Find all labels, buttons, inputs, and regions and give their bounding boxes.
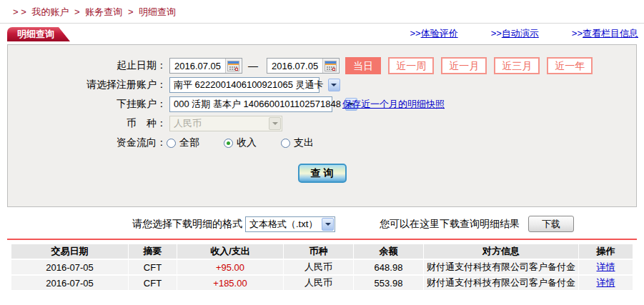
link-view-column-info[interactable]: >>查看栏目信息 bbox=[572, 27, 638, 40]
cell-currency: 人民币 bbox=[284, 260, 353, 274]
register-account-select[interactable]: 南平 6222001406100921065 灵通卡 bbox=[169, 77, 319, 93]
cell-date: 2016-07-05 bbox=[11, 260, 128, 274]
download-format-value: 文本格式（.txt） bbox=[246, 218, 321, 231]
radio-circle-checked-icon[interactable] bbox=[224, 139, 233, 148]
radio-expense[interactable]: 支出 bbox=[281, 136, 314, 149]
breadcrumb-prefix: > > bbox=[13, 6, 26, 17]
red-separator bbox=[7, 239, 637, 240]
sub-account-value: 000 活期 基本户 1406600101102571848 bbox=[170, 98, 345, 111]
fund-flow-radio-group: 全部 收入 支出 bbox=[167, 136, 338, 149]
link-auto-demo[interactable]: >>自动演示 bbox=[491, 27, 539, 40]
breadcrumb-item-account-query[interactable]: 账务查询 bbox=[85, 6, 122, 17]
download-format-select[interactable]: 文本格式（.txt） bbox=[245, 216, 335, 232]
transaction-table: 交易日期 摘要 收入/支出 币种 余额 对方信息 操作 2016-07-05 C… bbox=[11, 243, 633, 291]
save-snapshot-link[interactable]: 保存近一个月的明细快照 bbox=[342, 98, 445, 111]
query-button-row: 查 询 bbox=[8, 164, 636, 183]
end-date-calendar-icon[interactable] bbox=[322, 59, 338, 73]
chevron-down-icon[interactable] bbox=[322, 218, 334, 231]
download-row: 请您选择下载明细的格式 文本格式（.txt） 您可以在这里下载查询明细结果 下载 bbox=[7, 216, 637, 232]
col-header-balance: 余额 bbox=[354, 244, 423, 259]
sub-account-row: 下挂账户： 000 活期 基本户 1406600101102571848 保存近… bbox=[8, 96, 636, 113]
cell-counterparty: 财付通支付科技有限公司客户备付金 bbox=[424, 276, 578, 290]
query-form-panel: 起止日期： 2016.07.05 — 2016.07.05 bbox=[7, 44, 637, 207]
link-experience-review[interactable]: >>体验评价 bbox=[410, 27, 457, 40]
col-header-date: 交易日期 bbox=[11, 244, 128, 259]
start-date-input[interactable]: 2016.07.05 bbox=[169, 58, 242, 74]
sub-account-select[interactable]: 000 活期 基本户 1406600101102571848 bbox=[169, 96, 332, 112]
col-header-amount: 收入/支出 bbox=[177, 244, 283, 259]
cell-amount: +185.00 bbox=[177, 276, 283, 290]
date-range-dash: — bbox=[248, 60, 258, 71]
download-result-hint: 您可以在这里下载查询明细结果 bbox=[380, 218, 520, 231]
currency-value: 人民币 bbox=[170, 117, 268, 130]
breadcrumb-separator: > bbox=[74, 6, 80, 17]
col-header-currency: 币种 bbox=[284, 244, 353, 259]
quick-range-month-button[interactable]: 近一月 bbox=[441, 57, 487, 74]
table-header-row: 交易日期 摘要 收入/支出 币种 余额 对方信息 操作 bbox=[11, 244, 633, 259]
date-range-row: 起止日期： 2016.07.05 — 2016.07.05 bbox=[8, 57, 636, 74]
currency-select: 人民币 bbox=[169, 116, 282, 131]
quick-range-year-button[interactable]: 近一年 bbox=[547, 57, 593, 74]
fund-flow-row: 资金流向： 全部 收入 支出 bbox=[8, 134, 636, 151]
col-header-counterparty: 对方信息 bbox=[424, 244, 578, 259]
quick-range-today-button[interactable]: 当日 bbox=[345, 57, 381, 74]
col-header-operation: 操作 bbox=[579, 244, 633, 259]
start-date-calendar-icon[interactable] bbox=[225, 59, 241, 73]
start-date-value[interactable]: 2016.07.05 bbox=[170, 61, 225, 71]
cell-counterparty: 财付通支付科技有限公司客户备付金 bbox=[424, 260, 578, 274]
top-links: >>体验评价 >>自动演示 >>查看栏目信息 bbox=[410, 27, 638, 40]
tab-detail-query[interactable]: 明细查询 bbox=[7, 27, 70, 41]
cell-currency: 人民币 bbox=[284, 276, 353, 290]
date-range-label: 起止日期： bbox=[8, 59, 167, 72]
radio-all[interactable]: 全部 bbox=[167, 136, 199, 149]
download-format-label: 请您选择下载明细的格式 bbox=[132, 218, 242, 231]
download-button[interactable]: 下载 bbox=[528, 216, 574, 232]
quick-range-week-button[interactable]: 近一周 bbox=[388, 57, 434, 74]
breadcrumb-separator: > bbox=[128, 6, 134, 17]
register-account-row: 请选择注册账户： 南平 6222001406100921065 灵通卡 bbox=[8, 76, 636, 94]
sub-account-label: 下挂账户： bbox=[8, 98, 167, 111]
chevron-down-icon[interactable] bbox=[328, 79, 340, 91]
cell-date: 2016-07-05 bbox=[11, 276, 128, 290]
currency-label: 币 种： bbox=[8, 117, 167, 130]
breadcrumb-item-detail-query[interactable]: 明细查询 bbox=[139, 6, 176, 17]
table-row: 2016-07-05 CFT +185.00 人民币 553.98 财付通支付科… bbox=[11, 276, 633, 290]
cell-summary: CFT bbox=[129, 260, 177, 274]
radio-expense-label[interactable]: 支出 bbox=[294, 136, 314, 149]
breadcrumb-item-my-account[interactable]: 我的账户 bbox=[31, 6, 69, 17]
radio-all-label[interactable]: 全部 bbox=[179, 136, 199, 149]
radio-income[interactable]: 收入 bbox=[224, 136, 257, 149]
cell-balance: 648.98 bbox=[354, 260, 423, 274]
end-date-value[interactable]: 2016.07.05 bbox=[267, 61, 322, 71]
end-date-input[interactable]: 2016.07.05 bbox=[267, 58, 340, 74]
fund-flow-label: 资金流向： bbox=[8, 136, 167, 149]
quick-range-quarter-button[interactable]: 近三月 bbox=[494, 57, 540, 74]
breadcrumb: > > 我的账户 > 账务查询 > 明细查询 bbox=[0, 0, 644, 24]
cell-amount: +95.00 bbox=[177, 260, 283, 274]
tab-row: 明细查询 >>体验评价 >>自动演示 >>查看栏目信息 bbox=[0, 27, 644, 41]
table-row: 2016-07-05 CFT +95.00 人民币 648.98 财付通支付科技… bbox=[11, 260, 633, 274]
detail-link[interactable]: 详情 bbox=[597, 277, 615, 288]
radio-circle-icon[interactable] bbox=[167, 139, 176, 148]
register-account-label: 请选择注册账户： bbox=[8, 79, 167, 91]
chevron-down-icon bbox=[269, 117, 281, 130]
col-header-summary: 摘要 bbox=[129, 244, 177, 259]
register-account-value: 南平 6222001406100921065 灵通卡 bbox=[170, 79, 327, 91]
detail-link[interactable]: 详情 bbox=[597, 261, 615, 272]
radio-circle-icon[interactable] bbox=[281, 139, 290, 148]
cell-balance: 553.98 bbox=[354, 276, 423, 290]
cell-summary: CFT bbox=[129, 276, 177, 290]
currency-row: 币 种： 人民币 bbox=[8, 115, 636, 132]
query-button[interactable]: 查 询 bbox=[298, 164, 347, 183]
radio-income-label[interactable]: 收入 bbox=[237, 136, 257, 149]
